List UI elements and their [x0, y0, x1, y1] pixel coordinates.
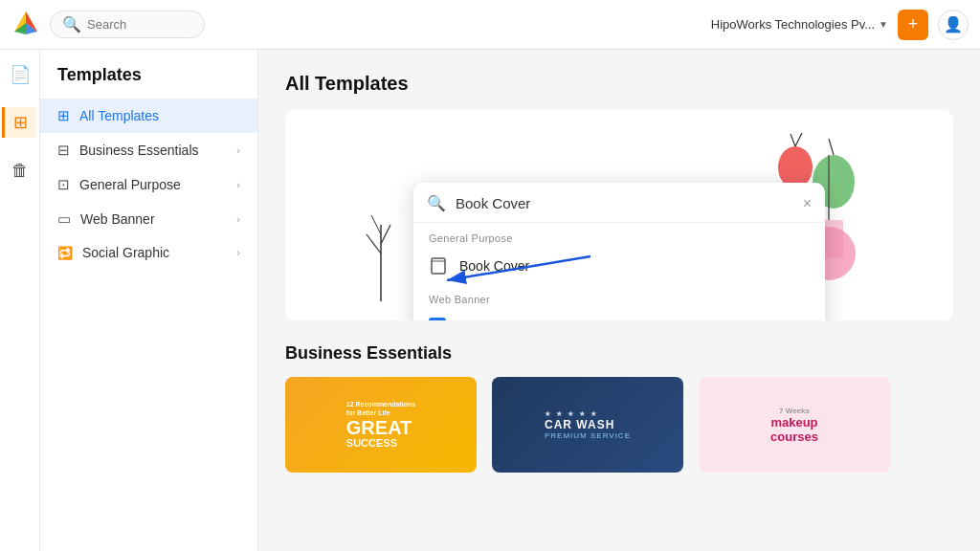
content-area: All Templates: [258, 50, 980, 551]
svg-line-6: [381, 225, 390, 244]
sidebar-icon-templates[interactable]: ⊞: [2, 107, 36, 138]
chevron-right-icon: ›: [236, 144, 240, 156]
org-selector[interactable]: HipoWorks Technologies Pv... ▼: [711, 17, 888, 32]
icon-sidebar: 📄 ⊞ 🗑: [0, 50, 40, 551]
sidebar-icon-trash[interactable]: 🗑: [5, 155, 35, 186]
org-name-label: HipoWorks Technologies Pv...: [711, 17, 875, 32]
facebook-icon: f: [429, 318, 446, 320]
book-cover-label: Book Cover: [459, 258, 529, 274]
business-essentials-icon: ⊟: [57, 142, 70, 159]
web-banner-label: Web Banner: [80, 211, 155, 227]
card-1-text: 12 Recommendationsfor Better Life GREAT …: [339, 392, 423, 456]
sidebar-item-business-essentials[interactable]: ⊟ Business Essentials ›: [40, 133, 257, 167]
social-graphic-icon: 🔁: [57, 246, 73, 260]
dropdown-section-general-purpose: General Purpose: [413, 223, 825, 248]
dropdown-search-icon: 🔍: [427, 194, 446, 212]
dropdown-search-row: 🔍 ×: [413, 194, 825, 223]
card-3-text: 7 Weeks makeup courses: [763, 399, 826, 452]
dropdown-item-facebook-cover[interactable]: f Facebook Cover: [413, 309, 825, 320]
svg-line-5: [367, 234, 381, 253]
sidebar-item-all-templates[interactable]: ⊞ All Templates: [40, 99, 257, 133]
logo: [11, 9, 40, 41]
general-purpose-label: General Purpose: [79, 177, 181, 192]
hero-banner: Create beautiful documents: [285, 110, 953, 320]
general-purpose-icon: ⊡: [57, 176, 70, 193]
card-row: 12 Recommendationsfor Better Life GREAT …: [285, 377, 953, 473]
svg-line-15: [791, 134, 795, 146]
business-essentials-label: Business Essentials: [79, 143, 199, 158]
org-chevron-icon: ▼: [879, 19, 888, 30]
main-layout: 📄 ⊞ 🗑 Templates ⊞ All Templates ⊟ Busine…: [0, 50, 980, 551]
card-2-text: ★ ★ ★ ★ ★ CAR WASH PREMIUM SERVICE: [545, 410, 631, 440]
chevron-right-icon: ›: [236, 179, 240, 190]
chevron-right-icon: ›: [236, 247, 240, 258]
search-input[interactable]: [87, 17, 192, 32]
topbar-right: HipoWorks Technologies Pv... ▼ + 👤: [711, 10, 969, 40]
sidebar-item-social-graphic[interactable]: 🔁 Social Graphic ›: [40, 236, 257, 269]
search-dropdown: 🔍 × General Purpose Book Cover Web Banne…: [413, 183, 825, 320]
search-box[interactable]: 🔍: [50, 11, 205, 38]
all-templates-icon: ⊞: [57, 107, 70, 124]
svg-rect-22: [432, 258, 445, 274]
svg-line-18: [829, 139, 834, 155]
book-cover-icon: [429, 256, 448, 276]
user-icon: 👤: [944, 15, 963, 33]
left-nav: Templates ⊞ All Templates ⊟ Business Ess…: [40, 50, 258, 551]
business-section-title: Business Essentials: [285, 343, 953, 364]
search-icon: 🔍: [62, 15, 81, 33]
create-button[interactable]: +: [898, 10, 928, 40]
template-card-1[interactable]: 12 Recommendationsfor Better Life GREAT …: [285, 377, 477, 473]
web-banner-icon: ▭: [57, 210, 71, 228]
sidebar-icon-new-doc[interactable]: 📄: [5, 59, 35, 90]
sidebar-item-web-banner[interactable]: ▭ Web Banner ›: [40, 202, 257, 236]
section-title: All Templates: [285, 73, 953, 95]
all-templates-label: All Templates: [79, 108, 159, 123]
chevron-right-icon: ›: [236, 213, 240, 225]
dropdown-search-input[interactable]: [456, 195, 793, 211]
dropdown-item-book-cover[interactable]: Book Cover: [413, 248, 825, 284]
dropdown-section-web-banner: Web Banner: [413, 284, 825, 309]
left-nav-title: Templates: [40, 65, 257, 99]
facebook-cover-label: Facebook Cover: [457, 319, 556, 320]
topbar: 🔍 HipoWorks Technologies Pv... ▼ + 👤: [0, 0, 980, 50]
sidebar-item-general-purpose[interactable]: ⊡ General Purpose ›: [40, 167, 257, 202]
svg-line-7: [371, 215, 381, 234]
social-graphic-label: Social Graphic: [82, 245, 169, 260]
template-card-3[interactable]: 7 Weeks makeup courses: [699, 377, 890, 473]
template-card-2[interactable]: ★ ★ ★ ★ ★ CAR WASH PREMIUM SERVICE: [492, 377, 683, 473]
svg-line-16: [795, 133, 802, 146]
user-avatar[interactable]: 👤: [938, 10, 969, 40]
dropdown-close-button[interactable]: ×: [803, 195, 812, 212]
